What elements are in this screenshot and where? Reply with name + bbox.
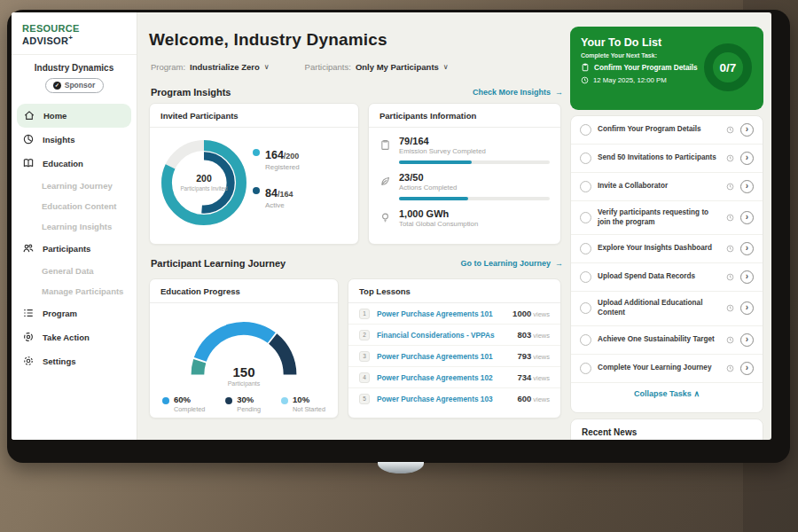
sidebar-item-learning-insights[interactable]: Learning Insights	[12, 216, 137, 237]
task-checkbox[interactable]	[580, 334, 591, 346]
todo-due-date: 12 May 2025, 12:00 PM	[593, 76, 667, 84]
clock-icon	[726, 126, 734, 134]
lesson-link[interactable]: Power Purchase Agreements 101	[377, 352, 510, 361]
logo-plus: +	[68, 34, 73, 42]
views-suffix: views	[533, 310, 550, 318]
task-checkbox[interactable]	[580, 181, 591, 192]
clock-icon	[726, 336, 734, 344]
chevron-down-icon: ∨	[443, 63, 449, 71]
sidebar-item-participants[interactable]: Participants	[12, 237, 137, 261]
task-row[interactable]: Complete Your Learning Journey ›	[571, 355, 763, 383]
task-checkbox[interactable]	[580, 363, 591, 374]
lesson-link[interactable]: Power Purchase Agreements 101	[377, 309, 505, 318]
sidebar-menu: Home Insights Education Learning Journey…	[12, 104, 137, 373]
lesson-row[interactable]: 2 Financial Considerations - VPPAs 803vi…	[348, 325, 560, 346]
chevron-right-icon[interactable]: ›	[740, 152, 754, 165]
legend-item: 84/164 Active	[253, 184, 300, 209]
recent-news-title: Recent News	[582, 427, 637, 437]
bulb-icon	[379, 211, 391, 228]
legend-dot	[281, 397, 288, 404]
legend-dot	[253, 187, 260, 194]
lesson-row[interactable]: 4 Power Purchase Agreements 102 734views	[348, 367, 560, 388]
task-checkbox[interactable]	[580, 153, 591, 164]
clock-icon	[581, 76, 589, 84]
sidebar-item-take-action[interactable]: Take Action	[12, 325, 137, 349]
lesson-rank: 3	[359, 351, 370, 362]
sidebar-item-education-content[interactable]: Education Content	[12, 196, 137, 216]
chevron-right-icon[interactable]: ›	[740, 362, 754, 375]
logo-resource: RESOURCE	[22, 23, 80, 34]
task-row[interactable]: Explore Your Insights Dashboard ›	[571, 235, 763, 263]
lesson-link[interactable]: Power Purchase Agreements 103	[377, 395, 510, 403]
task-checkbox[interactable]	[580, 271, 591, 283]
lesson-views: 734	[517, 372, 531, 382]
check-more-insights-link[interactable]: Check More Insights →	[473, 88, 563, 97]
sidebar-item-label: Education	[43, 159, 83, 168]
task-label: Achieve One Sustainability Target	[598, 335, 720, 345]
task-row[interactable]: Send 50 Invitations to Participants ›	[571, 145, 763, 173]
participants-select[interactable]: Participants: Only My Participants ∨	[305, 62, 449, 72]
legend-dot	[162, 397, 169, 404]
sidebar-item-home[interactable]: Home	[17, 104, 131, 128]
chevron-right-icon[interactable]: ›	[740, 270, 754, 284]
chevron-right-icon[interactable]: ›	[740, 180, 754, 193]
legend-value: 10%	[293, 395, 325, 404]
link-label: Check More Insights	[473, 88, 551, 97]
clipboard-icon	[581, 63, 590, 72]
sidebar-item-settings[interactable]: Settings	[12, 349, 137, 373]
logo-advisor: ADVISOR	[22, 35, 68, 46]
task-label: Upload Spend Data Records	[598, 272, 720, 282]
lesson-link[interactable]: Power Purchase Agreements 102	[377, 373, 510, 382]
lesson-row[interactable]: 3 Power Purchase Agreements 101 793views	[348, 346, 560, 367]
task-checkbox[interactable]	[580, 302, 591, 314]
task-row[interactable]: Confirm Your Program Details ›	[571, 116, 763, 145]
invited-participants-card: Invited Participants 200 Participants In…	[149, 103, 359, 245]
chevron-right-icon[interactable]: ›	[740, 242, 754, 255]
sidebar-item-label: Learning Insights	[42, 222, 112, 231]
survey-icon	[379, 138, 391, 164]
clock-icon	[726, 364, 734, 372]
gauge-center-value: 150	[177, 364, 310, 379]
task-checkbox[interactable]	[580, 124, 591, 136]
task-label: Complete Your Learning Journey	[598, 364, 720, 373]
chevron-right-icon[interactable]: ›	[740, 301, 754, 315]
card-title: Top Lessons	[348, 279, 560, 303]
sponsor-badge[interactable]: ✓ Sponsor	[45, 78, 104, 93]
legend-item: 60% Completed	[162, 395, 205, 413]
chevron-right-icon[interactable]: ›	[740, 123, 754, 137]
lesson-row[interactable]: 1 Power Purchase Agreements 101 1000view…	[348, 303, 560, 325]
participants-icon	[22, 242, 35, 254]
sponsor-badge-label: Sponsor	[65, 81, 95, 90]
learning-journey-header: Participant Learning Journey Go to Learn…	[151, 258, 563, 269]
sidebar-item-learning-journey[interactable]: Learning Journey	[12, 176, 137, 196]
chevron-right-icon[interactable]: ›	[740, 333, 754, 347]
task-row[interactable]: Invite a Collaborator ›	[571, 173, 763, 201]
task-row[interactable]: Upload Additional Educational Content ›	[571, 292, 763, 325]
task-row[interactable]: Verify participants requesting to join t…	[571, 201, 763, 235]
views-suffix: views	[533, 395, 550, 403]
todo-list-card: Confirm Your Program Details › Send 50 I…	[570, 115, 763, 413]
list-icon	[22, 307, 35, 319]
collapse-tasks-link[interactable]: Collapse Tasks ∧	[571, 383, 763, 404]
lesson-link[interactable]: Financial Considerations - VPPAs	[377, 331, 510, 340]
sidebar-item-insights[interactable]: Insights	[12, 128, 137, 152]
section-title: Program Insights	[151, 87, 231, 98]
task-checkbox[interactable]	[580, 212, 591, 223]
task-label: Invite a Collaborator	[598, 182, 720, 192]
lesson-row[interactable]: 5 Power Purchase Agreements 103 600views	[348, 388, 560, 409]
stat-value: 79/164	[399, 136, 550, 146]
chevron-right-icon[interactable]: ›	[740, 211, 754, 224]
sidebar-item-general-data[interactable]: General Data	[12, 261, 137, 281]
task-row[interactable]: Achieve One Sustainability Target ›	[571, 326, 763, 355]
go-to-learning-journey-link[interactable]: Go to Learning Journey →	[460, 259, 563, 268]
sidebar-item-program[interactable]: Program	[12, 301, 137, 325]
task-row[interactable]: Upload Spend Data Records ›	[571, 263, 763, 292]
sidebar-item-education[interactable]: Education	[12, 152, 137, 176]
clock-icon	[726, 214, 734, 222]
program-select-value: Industrialize Zero	[190, 62, 260, 72]
program-select[interactable]: Program: Industrialize Zero ∨	[151, 62, 270, 72]
clock-icon	[726, 273, 734, 281]
sidebar-item-manage-participants[interactable]: Manage Participants	[12, 281, 137, 301]
task-checkbox[interactable]	[580, 243, 591, 254]
section-title: Participant Learning Journey	[151, 258, 286, 269]
